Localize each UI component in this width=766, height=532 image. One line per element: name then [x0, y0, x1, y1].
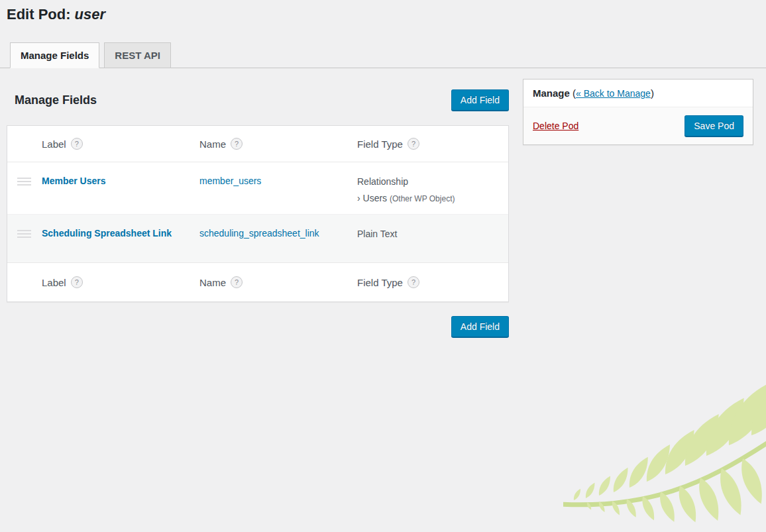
- page-title-pod-name: user: [75, 6, 105, 23]
- column-footer-field-type: Field Type ?: [357, 276, 508, 288]
- help-icon[interactable]: ?: [231, 276, 243, 288]
- manage-panel-footer: Delete Pod Save Pod: [523, 107, 753, 144]
- help-icon[interactable]: ?: [231, 138, 243, 150]
- page-title-prefix: Edit Pod:: [7, 6, 71, 23]
- column-header-label: Label ?: [42, 138, 199, 150]
- page-title: Edit Pod:user: [0, 0, 766, 25]
- back-to-manage-link[interactable]: « Back to Manage: [576, 88, 651, 99]
- manage-panel-title: Manage: [533, 87, 570, 99]
- field-label-link[interactable]: Member Users: [42, 176, 106, 186]
- field-type-cell: Relationship › Users (Other WP Object): [357, 175, 508, 206]
- tab-bar: Manage Fields REST API: [0, 42, 766, 68]
- column-header-field-type: Field Type ?: [357, 138, 508, 150]
- delete-pod-link[interactable]: Delete Pod: [533, 121, 578, 131]
- help-icon[interactable]: ?: [71, 276, 83, 288]
- add-field-button-bottom[interactable]: Add Field: [451, 316, 509, 337]
- table-row: Scheduling Spreadsheet Link scheduling_s…: [7, 215, 508, 262]
- column-footer-label: Label ?: [42, 276, 199, 288]
- column-footer-name: Name ?: [199, 276, 357, 288]
- table-row: Member Users member_users Relationship ›…: [7, 162, 508, 215]
- fields-panel: Manage Fields Add Field Label ? Name ? F…: [7, 79, 509, 337]
- tab-manage-fields[interactable]: Manage Fields: [10, 42, 99, 68]
- table-header: Label ? Name ? Field Type ?: [7, 126, 508, 162]
- field-type-cell: Plain Text: [357, 227, 508, 254]
- manage-panel-header: Manage (« Back to Manage): [523, 80, 753, 107]
- manage-panel: Manage (« Back to Manage) Delete Pod Sav…: [523, 79, 753, 145]
- tab-rest-api[interactable]: REST API: [104, 42, 171, 68]
- add-field-button-top[interactable]: Add Field: [451, 89, 509, 111]
- table-footer: Label ? Name ? Field Type ?: [7, 262, 508, 301]
- fields-table: Label ? Name ? Field Type ? Member: [7, 125, 509, 302]
- field-label-link[interactable]: Scheduling Spreadsheet Link: [42, 228, 172, 239]
- drag-handle-icon[interactable]: [17, 178, 31, 186]
- field-type-detail: › Users (Other WP Object): [357, 191, 508, 206]
- help-icon[interactable]: ?: [408, 138, 419, 150]
- field-type-text: Relationship: [357, 175, 508, 189]
- drag-handle-icon[interactable]: [17, 230, 31, 238]
- field-name-link[interactable]: scheduling_spreadsheet_link: [199, 228, 319, 239]
- section-title: Manage Fields: [15, 93, 97, 107]
- help-icon[interactable]: ?: [408, 276, 419, 288]
- pods-leaf-watermark: [563, 371, 766, 532]
- field-name-link[interactable]: member_users: [199, 176, 261, 186]
- save-pod-button[interactable]: Save Pod: [684, 115, 743, 136]
- help-icon[interactable]: ?: [71, 138, 83, 150]
- field-type-text: Plain Text: [357, 227, 508, 241]
- column-header-name: Name ?: [199, 138, 357, 150]
- paren-close: ): [651, 87, 654, 99]
